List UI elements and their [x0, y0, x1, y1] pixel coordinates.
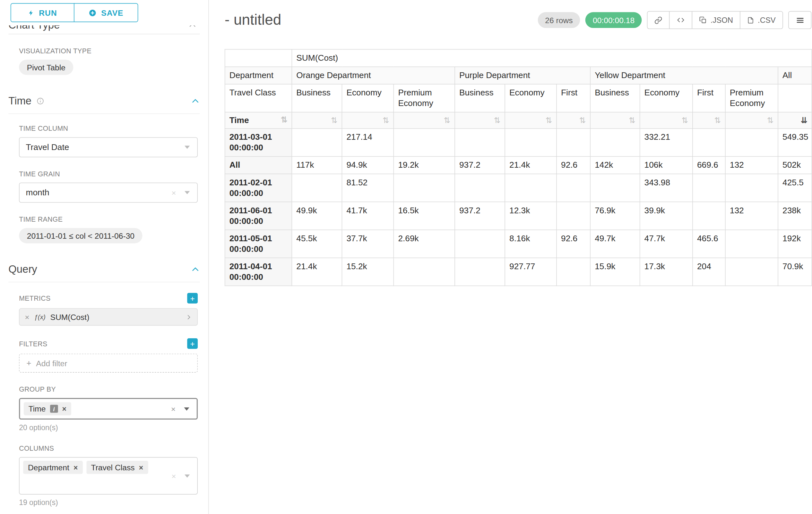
column-info-icon[interactable]: i	[50, 405, 58, 413]
add-filter-button[interactable]: + Add filter	[19, 354, 198, 373]
collapse-section-chevron-icon[interactable]	[191, 97, 200, 106]
pivot-class-header: First	[693, 84, 725, 112]
sort-toggle-icon[interactable]: ⇅	[767, 116, 774, 125]
sort-toggle-icon[interactable]: ⇅	[281, 115, 288, 125]
time-section: Time TIME COLUMN Travel Date TIME	[0, 95, 208, 244]
pivot-sort-cell: ⇅	[590, 112, 640, 129]
lightning-icon	[28, 9, 34, 17]
pivot-class-header: Economy	[640, 84, 693, 112]
time-range-control: TIME RANGE 2011-01-01 ≤ col < 2011-06-30	[19, 215, 198, 243]
pivot-row-header: 2011-03-01 00:00:00	[225, 129, 292, 157]
chart-title[interactable]: - untitled	[225, 11, 281, 29]
sort-toggle-icon[interactable]: ⇅	[443, 116, 450, 125]
pivot-value-cell	[455, 129, 505, 157]
pivot-value-cell	[505, 174, 556, 202]
sort-toggle-icon[interactable]: ⇅	[629, 116, 636, 125]
time-section-header: Time	[8, 95, 200, 114]
metric-option[interactable]: × ƒ(x) SUM(Cost)	[19, 308, 198, 325]
pivot-data-row: All117k94.9k19.2k937.221.4k92.6142k106k6…	[225, 157, 812, 174]
pivot-value-cell: 81.52	[342, 174, 394, 202]
columns-tag-label: Department	[28, 463, 69, 472]
remove-metric-icon[interactable]: ×	[25, 313, 29, 322]
pivot-data-row: 2011-02-01 00:00:0081.52343.98425.5	[225, 174, 812, 202]
clear-icon[interactable]: ×	[171, 471, 176, 480]
share-link-button[interactable]	[647, 11, 670, 29]
remove-tag-icon[interactable]: ×	[62, 404, 66, 413]
time-section-heading: Time	[8, 95, 31, 107]
pivot-value-cell: 37.7k	[342, 230, 394, 258]
chevron-down-icon[interactable]	[184, 191, 190, 194]
sort-toggle-icon[interactable]: ⇅	[682, 116, 688, 125]
columns-select[interactable]: Department × Travel Class × ×	[19, 457, 198, 495]
pivot-sort-cell: ⇅	[505, 112, 556, 129]
time-grain-select[interactable]: month ×	[19, 183, 198, 202]
chevron-down-icon[interactable]	[184, 474, 190, 477]
pivot-table-container: SUM(Cost)DepartmentOrange DepartmentPurp…	[225, 49, 812, 286]
save-button[interactable]: SAVE	[74, 3, 138, 22]
chevron-up-icon[interactable]	[188, 25, 197, 32]
sort-toggle-icon[interactable]: ⇅	[383, 116, 389, 125]
group-by-control: GROUP BY Time i × × 20 option(s)	[19, 385, 198, 432]
pivot-value-cell: 21.4k	[292, 258, 342, 286]
chevron-down-icon[interactable]	[184, 407, 189, 410]
pivot-row-header: All	[225, 157, 292, 174]
pivot-value-cell: 2.69k	[394, 230, 455, 258]
pivot-time-label-cell: Time⇅	[225, 112, 292, 129]
visualization-type-label: VISUALIZATION TYPE	[19, 47, 198, 55]
export-json-label: .JSON	[710, 16, 733, 24]
pivot-sort-cell: ⇅	[556, 112, 590, 129]
chevron-down-icon[interactable]	[184, 145, 190, 149]
pivot-value-cell: 15.2k	[342, 258, 394, 286]
menu-button[interactable]	[788, 11, 811, 29]
columns-tag[interactable]: Travel Class ×	[86, 461, 148, 474]
pivot-class-header: Business	[292, 84, 342, 112]
group-by-tag[interactable]: Time i ×	[24, 402, 71, 415]
export-csv-label: .CSV	[758, 16, 776, 24]
sort-toggle-icon[interactable]: ⇅	[579, 116, 586, 125]
columns-tag-label: Travel Class	[91, 463, 135, 472]
chevron-right-icon[interactable]	[185, 314, 192, 320]
pivot-value-cell	[394, 129, 455, 157]
columns-tag[interactable]: Department ×	[23, 461, 83, 474]
export-json-button[interactable]: .JSON	[692, 11, 741, 29]
pivot-value-cell	[556, 202, 590, 230]
sort-toggle-icon[interactable]: ⇊	[801, 116, 808, 125]
export-csv-button[interactable]: .CSV	[740, 11, 783, 29]
query-section-heading: Query	[8, 264, 37, 276]
pivot-value-cell	[394, 174, 455, 202]
pivot-value-cell	[455, 258, 505, 286]
collapse-section-chevron-icon[interactable]	[191, 265, 200, 274]
time-column-select[interactable]: Travel Date	[19, 137, 198, 157]
query-section-controls: METRICS + × ƒ(x) SUM(Cost) FILTERS	[0, 282, 208, 507]
pivot-value-cell	[590, 174, 640, 202]
add-filter-plus-button[interactable]: +	[187, 338, 198, 349]
pivot-sort-cell: ⇅	[725, 112, 778, 129]
chart-panel: - untitled 26 rows 00:00:00.18	[209, 0, 812, 514]
sort-toggle-icon[interactable]: ⇅	[545, 116, 552, 125]
info-icon[interactable]	[36, 97, 44, 105]
clear-icon[interactable]: ×	[171, 404, 176, 413]
visualization-type-value[interactable]: Pivot Table	[19, 60, 73, 75]
remove-tag-icon[interactable]: ×	[74, 463, 78, 471]
clear-icon[interactable]: ×	[171, 188, 176, 197]
pivot-value-cell: 39.9k	[640, 202, 693, 230]
sort-toggle-icon[interactable]: ⇅	[331, 116, 338, 125]
sort-toggle-icon[interactable]: ⇅	[494, 116, 500, 125]
file-icon	[747, 16, 754, 24]
run-button[interactable]: RUN	[10, 3, 75, 22]
chart-type-heading: Chart Type	[8, 25, 200, 31]
pivot-value-cell: 927.77	[505, 258, 556, 286]
pivot-value-cell: 76.9k	[590, 202, 640, 230]
pivot-value-cell: 204	[693, 258, 725, 286]
pivot-value-cell: 15.9k	[590, 258, 640, 286]
pivot-row-header: 2011-02-01 00:00:00	[225, 174, 292, 202]
pivot-department-label: Department	[225, 67, 292, 84]
remove-tag-icon[interactable]: ×	[139, 463, 143, 471]
time-range-value[interactable]: 2011-01-01 ≤ col < 2011-06-30	[19, 228, 143, 244]
group-by-select[interactable]: Time i × ×	[19, 398, 198, 420]
chart-type-section-header: Chart Type	[8, 25, 200, 33]
sort-toggle-icon[interactable]: ⇅	[714, 116, 721, 125]
add-metric-button[interactable]: +	[187, 293, 198, 304]
view-query-button[interactable]	[669, 11, 693, 29]
filters-label: FILTERS	[19, 340, 48, 348]
